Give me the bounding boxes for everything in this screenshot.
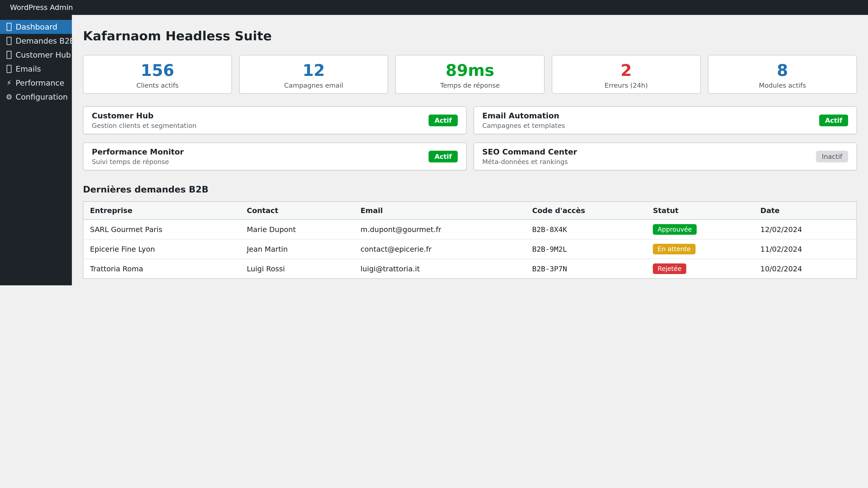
topbar-title: WordPress Admin xyxy=(10,4,73,11)
sidebar-item-customer-hub[interactable]: Customer Hub xyxy=(0,48,72,62)
sidebar-item-emails[interactable]: Emails xyxy=(0,62,72,76)
sidebar-menu: Dashboard Demandes B2B Customer Hub Emai… xyxy=(0,15,72,104)
module-card: Email Automation Campagnes et templates … xyxy=(473,106,857,134)
b2b-requests-table: Entreprise Contact Email Code d'accès St… xyxy=(83,201,857,279)
module-title: Customer Hub xyxy=(92,111,196,120)
main-content: Kafarnaom Headless Suite 156 Clients act… xyxy=(72,15,868,488)
module-description: Suivi temps de réponse xyxy=(92,158,184,166)
sidebar-item-dashboard[interactable]: Dashboard xyxy=(0,20,72,34)
cell-contact: Luigi Rossi xyxy=(240,259,354,279)
table-row: SARL Gourmet Paris Marie Dupont m.dupont… xyxy=(83,220,857,239)
stat-label: Clients actifs xyxy=(84,82,231,89)
page-title: Kafarnaom Headless Suite xyxy=(83,29,857,43)
stat-card: 156 Clients actifs xyxy=(83,55,232,94)
cell-contact: Jean Martin xyxy=(240,239,354,259)
modules-grid: Customer Hub Gestion clients et segmenta… xyxy=(83,106,857,170)
module-card: SEO Command Center Méta-données et ranki… xyxy=(473,142,857,170)
cell-company: Trattoria Roma xyxy=(83,259,240,279)
stat-card: 12 Campagnes email xyxy=(239,55,388,94)
cell-status: Approuvée xyxy=(646,220,754,239)
module-title: SEO Command Center xyxy=(483,147,577,156)
module-status-badge: Actif xyxy=(429,115,458,126)
table-row: Trattoria Roma Luigi Rossi luigi@trattor… xyxy=(83,259,857,279)
module-description: Gestion clients et segmentation xyxy=(92,122,196,129)
table-header-row: Entreprise Contact Email Code d'accès St… xyxy=(83,201,857,220)
cell-code: B2B-3P7N xyxy=(526,259,646,279)
stat-value: 2 xyxy=(552,62,700,79)
module-description: Méta-données et rankings xyxy=(483,158,577,166)
sidebar-item-label: Emails xyxy=(16,64,41,73)
stat-label: Modules actifs xyxy=(708,82,857,89)
lightning-icon: ⚡ xyxy=(6,79,12,87)
col-header-contact: Contact xyxy=(240,201,354,220)
stat-card: 89ms Temps de réponse xyxy=(395,55,544,94)
topbar: WordPress Admin xyxy=(0,0,868,15)
sidebar: Dashboard Demandes B2B Customer Hub Emai… xyxy=(0,15,72,285)
module-card: Performance Monitor Suivi temps de répon… xyxy=(83,142,467,170)
sidebar-item-label: Configuration xyxy=(16,92,68,101)
cell-code: B2B-9M2L xyxy=(526,239,646,259)
sidebar-item-demandes-b2b[interactable]: Demandes B2B xyxy=(0,34,72,48)
gear-icon: ⚙ xyxy=(6,93,12,101)
cell-status: Rejetée xyxy=(646,259,754,279)
module-status-badge: Actif xyxy=(429,151,458,162)
cell-status: En attente xyxy=(646,239,754,259)
stat-value: 8 xyxy=(708,62,857,79)
col-header-code: Code d'accès xyxy=(526,201,646,220)
module-title: Email Automation xyxy=(483,111,565,120)
stat-value: 12 xyxy=(240,62,388,79)
cell-date: 11/02/2024 xyxy=(754,239,857,259)
module-status-badge: Inactif xyxy=(816,151,848,162)
status-badge: En attente xyxy=(653,244,695,254)
demandes-b2b-icon xyxy=(6,37,12,45)
col-header-email: Email xyxy=(354,201,526,220)
stat-card: 8 Modules actifs xyxy=(708,55,857,94)
stats-row: 156 Clients actifs 12 Campagnes email 89… xyxy=(83,55,857,94)
sidebar-item-performance[interactable]: ⚡ Performance xyxy=(0,76,72,90)
stat-label: Campagnes email xyxy=(240,82,388,89)
customer-hub-icon xyxy=(6,51,12,59)
cell-email: luigi@trattoria.it xyxy=(354,259,526,279)
sidebar-item-configuration[interactable]: ⚙ Configuration xyxy=(0,90,72,104)
col-header-entreprise: Entreprise xyxy=(83,201,240,220)
cell-company: Epicerie Fine Lyon xyxy=(83,239,240,259)
emails-icon xyxy=(6,65,12,73)
cell-email: m.dupont@gourmet.fr xyxy=(354,220,526,239)
status-badge: Approuvée xyxy=(653,224,697,235)
cell-code: B2B-8X4K xyxy=(526,220,646,239)
sidebar-item-label: Dashboard xyxy=(16,22,57,31)
stat-label: Erreurs (24h) xyxy=(552,82,700,89)
stat-value: 156 xyxy=(84,62,231,79)
col-header-statut: Statut xyxy=(646,201,754,220)
cell-email: contact@epicerie.fr xyxy=(354,239,526,259)
module-description: Campagnes et templates xyxy=(483,122,565,129)
sidebar-item-label: Customer Hub xyxy=(16,51,71,59)
module-status-badge: Actif xyxy=(819,115,848,126)
dashboard-icon xyxy=(6,23,12,31)
stat-label: Temps de réponse xyxy=(396,82,544,89)
sidebar-item-label: Performance xyxy=(16,78,64,88)
stat-card: 2 Erreurs (24h) xyxy=(552,55,701,94)
section-heading: Dernières demandes B2B xyxy=(83,184,857,195)
sidebar-item-label: Demandes B2B xyxy=(16,36,75,45)
cell-date: 10/02/2024 xyxy=(754,259,857,279)
cell-company: SARL Gourmet Paris xyxy=(83,220,240,239)
cell-date: 12/02/2024 xyxy=(754,220,857,239)
module-title: Performance Monitor xyxy=(92,147,184,156)
col-header-date: Date xyxy=(754,201,857,220)
cell-contact: Marie Dupont xyxy=(240,220,354,239)
module-card: Customer Hub Gestion clients et segmenta… xyxy=(83,106,467,134)
status-badge: Rejetée xyxy=(653,263,686,274)
table-row: Epicerie Fine Lyon Jean Martin contact@e… xyxy=(83,239,857,259)
stat-value: 89ms xyxy=(396,62,544,79)
